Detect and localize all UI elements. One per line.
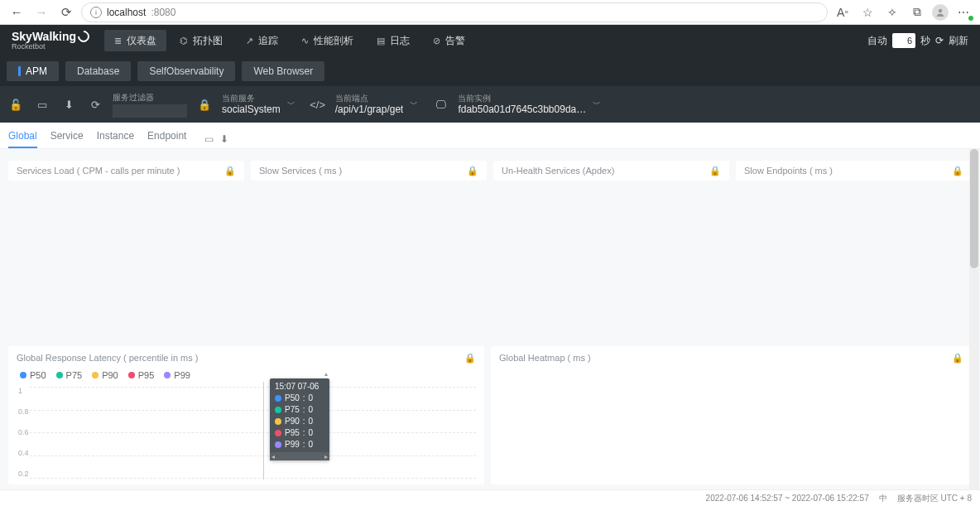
lock-icon[interactable]: 🔒 [467,166,478,176]
content-scrollbar[interactable] [969,149,979,489]
lang-toggle[interactable]: 中 [879,493,887,504]
profile-icon: ∿ [301,36,309,46]
export-icon[interactable]: ⬇ [220,133,228,145]
ptab-global[interactable]: Global [8,130,37,148]
endpoint-dd-value: /api/v1/grap/get [335,104,404,115]
nav-trace[interactable]: ↗追踪 [236,30,288,51]
chart-tooltip: 15:07 07-06 P50: 0 P75: 0 P90: 0 P95: 0 … [270,378,329,460]
lock-icon[interactable]: 🔒 [709,166,721,176]
ptab-service[interactable]: Service [50,130,84,148]
service-dd-label: 当前服务 [222,94,281,104]
active-indicator [18,66,21,76]
card-services-load: Services Load ( CPM - calls per minute )… [8,161,244,181]
forward-button[interactable]: → [31,2,51,22]
chevron-down-icon: ﹀ [593,99,601,110]
current-instance-dropdown[interactable]: 当前实例 fdab50a01d7645c3bb09dae45... ﹀ [458,94,606,115]
more-menu-button[interactable]: ⋯ [954,2,973,22]
logo-arc-icon [75,28,92,45]
endpoint-code-icon: </> [309,95,327,113]
selector-bar: 🔓 ▭ ⬇ ⟳ 服务过滤器 🔒 当前服务 socialSystem ﹀ </> … [0,86,980,123]
nav-dashboard[interactable]: ≣仪表盘 [104,30,166,51]
chevron-down-icon: ﹀ [287,99,295,110]
current-service-dropdown[interactable]: 当前服务 socialSystem ﹀ [222,94,300,115]
service-dd-value: socialSystem [222,104,281,115]
seconds-label: 秒 [920,34,930,48]
latency-legend: P50 P75 P90 P95 P99 [20,370,476,380]
tooltip-scroll[interactable]: ◂▸ [270,452,329,460]
auto-label: 自动 [867,34,887,48]
nav-log[interactable]: ▤日志 [367,30,420,51]
svg-point-0 [939,8,942,12]
legend-dot-p99 [164,372,171,378]
service-filter-input[interactable] [113,104,187,118]
site-info-icon[interactable]: i [90,7,102,18]
ptab-endpoint[interactable]: Endpoint [147,130,186,148]
page-tabs: Global Service Instance Endpoint ▭ ⬇ [0,123,980,149]
back-button[interactable]: ← [7,2,26,22]
card-unhealth-services: Un-Health Services (Apdex)🔒 [493,161,729,181]
status-footer: 2022-07-06 14:52:57 ~ 2022-07-06 15:22:5… [0,489,980,506]
trace-icon: ↗ [246,36,253,46]
nav-alarm[interactable]: ⊘告警 [423,30,475,51]
filter-label: 服务过滤器 [113,92,187,104]
app-logo[interactable]: SkyWalking Rocketbot [12,31,89,51]
card-slow-endpoints: Slow Endpoints ( ms )🔒 [736,161,972,181]
current-endpoint-dropdown[interactable]: 当前端点 /api/v1/grap/get ﹀ [335,94,424,115]
collections-button[interactable]: ⧉ [907,2,927,22]
dashboard-icon: ≣ [114,36,122,46]
chevron-down-icon: ﹀ [410,99,418,110]
tooltip-scroll-up[interactable]: ▴ [324,370,331,377]
hover-vline [263,382,264,479]
reload-selectors-icon[interactable]: ⟳ [86,95,104,113]
profile-avatar[interactable] [932,4,949,21]
read-aloud-button[interactable]: A» [833,2,853,22]
tab-database[interactable]: Database [65,61,131,81]
open-folder-icon[interactable]: ▭ [204,133,214,145]
tab-webbrowser[interactable]: Web Browser [242,61,324,81]
category-tabs: APM Database SelfObservability Web Brows… [0,56,980,86]
reload-button[interactable]: ⟳ [56,2,76,22]
lock-icon[interactable]: 🔒 [224,166,236,176]
tab-apm[interactable]: APM [7,61,59,81]
service-filter: 服务过滤器 [113,92,187,118]
logo-text: SkyWalking [12,31,76,42]
log-icon: ▤ [377,36,385,46]
lock-icon[interactable]: 🔒 [952,353,963,364]
nav-topology[interactable]: ⌬拓扑图 [170,30,233,51]
topology-icon: ⌬ [180,36,188,46]
panel-global-heatmap: Global Heatmap ( ms )🔒 [491,346,972,484]
scroll-thumb[interactable] [970,149,978,268]
alarm-icon: ⊘ [433,36,440,46]
url-host: localhost [107,7,146,18]
time-range[interactable]: 2022-07-06 14:52:57 ~ 2022-07-06 15:22:5… [706,494,869,503]
lock-icon[interactable]: 🔒 [464,353,476,364]
favorite-button[interactable]: ☆ [858,2,877,22]
y-axis: 1 0.8 0.6 0.4 0.2 [18,387,29,478]
legend-dot-p90 [92,372,98,378]
auto-refresh: 自动 6 秒 ⟳ 刷新 [867,33,968,48]
timezone-label: 服务器时区 UTC + 8 [897,493,972,504]
app-header: SkyWalking Rocketbot ≣仪表盘 ⌬拓扑图 ↗追踪 ∿性能剖析… [0,25,980,56]
dashboard-content: Services Load ( CPM - calls per minute )… [0,149,980,489]
endpoint-dd-label: 当前端点 [335,94,404,104]
logo-subtext: Rocketbot [12,43,89,51]
latency-chart[interactable]: 1 0.8 0.6 0.4 0.2 15:07 07-06 P50: 0 P75… [30,387,476,478]
lock-icon[interactable]: 🔓 [7,95,25,113]
refresh-icon[interactable]: ⟳ [935,35,944,46]
download-icon[interactable]: ⬇ [60,95,78,113]
address-bar[interactable]: i localhost:8080 [81,2,828,22]
auto-interval-input[interactable]: 6 [892,33,915,48]
tab-selfobs[interactable]: SelfObservability [137,61,235,81]
legend-dot-p95 [128,372,135,378]
refresh-button[interactable]: 刷新 [949,34,968,48]
favorites-bar-button[interactable]: ✧ [882,2,902,22]
tooltip-time: 15:07 07-06 [275,382,324,391]
ptab-instance[interactable]: Instance [97,130,134,148]
lock-icon[interactable]: 🔒 [952,166,963,176]
heatmap-title: Global Heatmap ( ms ) [499,353,591,364]
folder-icon[interactable]: ▭ [33,95,51,113]
panel-global-latency: Global Response Latency ( percentile in … [8,346,484,484]
service-lock-icon[interactable]: 🔒 [195,95,214,113]
legend-dot-p50 [20,372,26,378]
nav-profile[interactable]: ∿性能剖析 [291,30,363,51]
